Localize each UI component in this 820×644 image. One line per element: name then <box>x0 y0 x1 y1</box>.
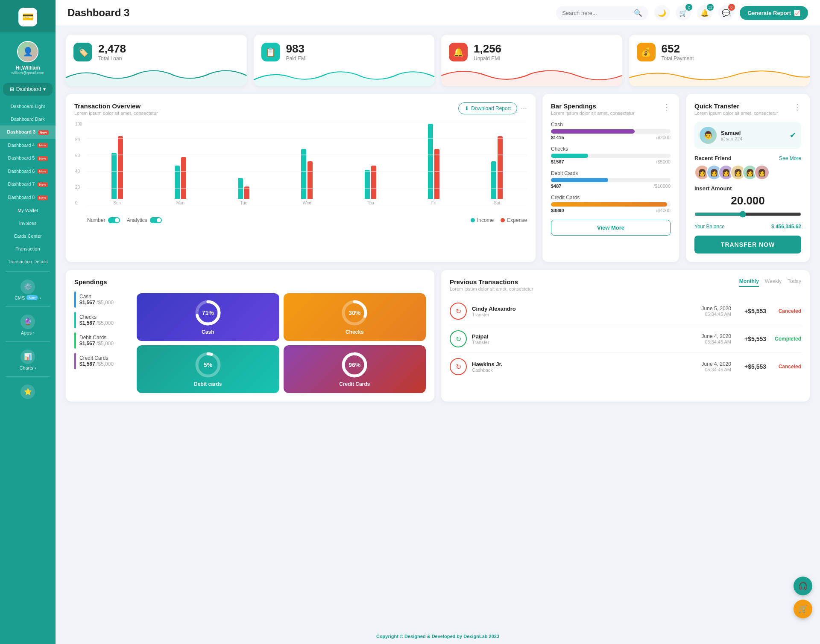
main-content: Dashboard 3 🔍 🌙 🛒 2 🔔 12 💬 5 Gen <box>56 0 820 644</box>
moon-icon: 🌙 <box>658 9 666 17</box>
tx-amount-hawkins: +$5,553 <box>736 363 766 370</box>
transaction-list: ↻ Cindy Alexandro Transfer June 5, 2020 … <box>450 297 801 380</box>
chart-legend: Number Analytics <box>87 217 527 223</box>
transfer-now-button[interactable]: TRANSFER NOW <box>694 236 801 254</box>
bar-spendings-more-btn[interactable]: ⋮ <box>663 102 671 112</box>
qt-contact: 👨 Samuel @sam224 ✔ <box>694 122 801 149</box>
gear-icon: ⚙️ <box>20 280 35 294</box>
quick-transfer-more-btn[interactable]: ⋮ <box>794 102 801 112</box>
tx-info-hawkins: Hawkins Jr. Cashback <box>472 361 697 373</box>
transaction-overview-more-btn[interactable]: ··· <box>521 104 527 113</box>
sidebar-user: 👤 Hi,William william@gmail.com <box>11 37 44 80</box>
view-more-button[interactable]: View More <box>551 220 671 236</box>
theme-toggle-btn[interactable]: 🌙 <box>654 5 670 20</box>
sidebar-item-apps[interactable]: 🔮 Apps › <box>0 310 56 338</box>
spendings-title: Spendings <box>74 278 426 286</box>
stat-card-unpaid-emi: 🔔 1,256 Unpaid EMI <box>441 35 622 86</box>
bar-group-wed: Wed <box>277 122 337 205</box>
sidebar: 💳 👤 Hi,William william@gmail.com ⊞ Dashb… <box>0 0 56 644</box>
amount-slider[interactable] <box>694 211 801 218</box>
spending-row-debit: Debit Cards $487 /$10000 <box>551 170 671 189</box>
tx-status-cindy: Canceled <box>771 308 801 314</box>
messages-badge: 5 <box>728 4 735 11</box>
sidebar-item-dashboard-light[interactable]: Dashboard Light <box>0 100 56 113</box>
sidebar-item-my-wallet[interactable]: My Wallet <box>0 204 56 217</box>
spending-item-credit: Credit Cards $1,567 /$5,000 <box>74 353 130 369</box>
tab-today[interactable]: Today <box>788 278 801 287</box>
see-more-btn[interactable]: See More <box>779 155 801 161</box>
sidebar-divider-4 <box>6 376 50 377</box>
messages-btn[interactable]: 💬 5 <box>718 5 734 20</box>
cart-badge: 2 <box>685 4 692 11</box>
search-box[interactable]: 🔍 <box>556 6 648 20</box>
apps-icon: 🔮 <box>20 315 35 329</box>
balance-value: $ 456,345.62 <box>771 224 801 230</box>
quick-transfer-title: Quick Transfer <box>694 102 778 110</box>
sidebar-item-transaction[interactable]: Transaction <box>0 242 56 255</box>
bar-group-thu: Thu <box>340 122 400 205</box>
tx-status-paipal: Completed <box>771 336 801 342</box>
sidebar-item-invoices[interactable]: Invoices <box>0 217 56 230</box>
donut-debit: 5% Debit cards <box>137 345 279 393</box>
chevron-right-icon-charts: › <box>35 365 36 370</box>
unpaid-emi-value: 1,256 <box>474 42 501 55</box>
prev-tx-title: Previous Transactions <box>450 278 533 286</box>
tab-monthly[interactable]: Monthly <box>739 278 759 287</box>
sidebar-item-dashboard-5[interactable]: Dashboard 5 New <box>0 152 56 165</box>
sidebar-item-cms[interactable]: ⚙️ CMS New › <box>0 275 56 303</box>
sidebar-item-favorites[interactable]: ⭐ <box>0 380 56 403</box>
support-fab[interactable]: 🎧 <box>794 577 812 595</box>
bar-label-tue: Tue <box>240 201 247 205</box>
bar-label-thu: Thu <box>367 201 374 205</box>
tab-weekly[interactable]: Weekly <box>765 278 782 287</box>
bar-wed-income <box>301 149 306 199</box>
sidebar-item-dashboard-7[interactable]: Dashboard 7 New <box>0 178 56 191</box>
sidebar-item-dashboard-dark[interactable]: Dashboard Dark <box>0 113 56 125</box>
sidebar-item-dashboard-8[interactable]: Dashboard 8 New <box>0 191 56 204</box>
tx-date-hawkins: June 4, 2020 05:34:45 AM <box>702 361 731 372</box>
chevron-down-icon: ▾ <box>43 86 46 92</box>
insert-amount-section: Insert Amount 20.000 <box>694 185 801 219</box>
stat-cards-row: 🏷️ 2,478 Total Loan 📋 <box>66 35 810 86</box>
bell-icon: 🔔 <box>700 9 709 17</box>
donut-cash-circle: 71% <box>194 299 222 326</box>
prev-tx-header: Previous Transactions Lorem ipsum dolor … <box>450 278 801 291</box>
tx-item-hawkins: ↻ Hawkins Jr. Cashback June 4, 2020 05:3… <box>450 353 801 380</box>
dashboard-menu-btn[interactable]: ⊞ Dashboard ▾ <box>3 83 53 96</box>
download-report-button[interactable]: ⬇ Download Report <box>458 102 517 114</box>
bar-sun-expense <box>118 136 123 199</box>
cart-btn[interactable]: 🛒 2 <box>676 5 691 20</box>
number-toggle[interactable] <box>108 217 120 223</box>
sidebar-item-dashboard-4[interactable]: Dashboard 4 New <box>0 139 56 152</box>
notifications-btn[interactable]: 🔔 12 <box>697 5 712 20</box>
bar-group-fri: Fri <box>404 122 463 205</box>
header-right: 🔍 🌙 🛒 2 🔔 12 💬 5 Generate Report 📈 <box>556 5 808 20</box>
search-input[interactable] <box>562 10 630 16</box>
tx-info-paipal: Paipal Transfer <box>472 333 697 345</box>
sidebar-item-dashboard-6[interactable]: Dashboard 6 New <box>0 165 56 178</box>
bottom-row: Spendings Cash $1,567 /$5,000 <box>66 270 810 402</box>
donut-cash: 71% Cash <box>137 293 279 341</box>
analytics-toggle[interactable] <box>150 217 162 223</box>
bar-thu-expense <box>371 166 376 199</box>
generate-report-button[interactable]: Generate Report 📈 <box>740 6 808 20</box>
recent-friend-avatars: 👩 👩 👩 👩 👩 👩 <box>694 165 801 180</box>
sidebar-username: Hi,William <box>15 65 40 71</box>
donut-grid: 71% Cash 30% <box>137 293 426 393</box>
sidebar-item-charts[interactable]: 📊 Charts › <box>0 345 56 373</box>
bar-label-wed: Wed <box>303 201 311 205</box>
sidebar-item-cards-center[interactable]: Cards Center <box>0 230 56 242</box>
total-loan-icon: 🏷️ <box>73 43 92 61</box>
friend-avatar-6[interactable]: 👩 <box>754 165 770 180</box>
bar-spendings-title: Bar Spendings <box>551 102 635 110</box>
sidebar-item-transaction-details[interactable]: Transaction Details <box>0 255 56 268</box>
sidebar-item-dashboard-3[interactable]: Dashboard 3 New <box>0 125 56 139</box>
total-loan-wave <box>66 65 247 86</box>
transaction-bar-chart: 100 80 60 40 20 0 <box>74 122 527 223</box>
spending-row-credit: Credit Cards $3890 /$4000 <box>551 195 671 213</box>
prev-tx-subtitle: Lorem ipsum dolor sit amet, consectetur <box>450 286 533 291</box>
header: Dashboard 3 🔍 🌙 🛒 2 🔔 12 💬 5 Gen <box>56 0 820 26</box>
unpaid-emi-wave <box>441 65 622 86</box>
cart-fab[interactable]: 🛒 <box>794 600 812 618</box>
tx-item-paipal: ↻ Paipal Transfer June 4, 2020 05:34:45 … <box>450 325 801 353</box>
